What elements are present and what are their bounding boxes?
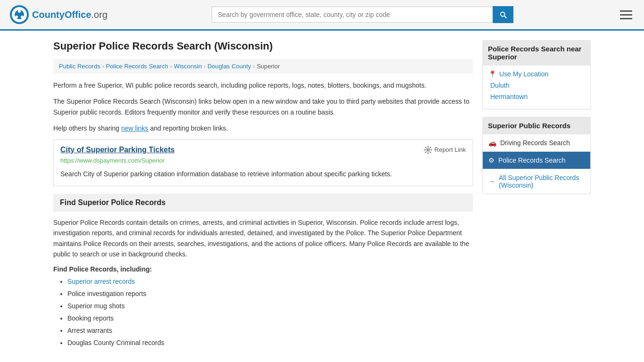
police-icon: ⚙	[488, 156, 495, 164]
sidebar-public-records-title: Superior Public Records	[482, 117, 591, 134]
list-item: Superior mug shots	[67, 301, 473, 311]
resource-card: City of Superior Parking Tickets Report …	[53, 140, 473, 186]
list-item-text-3: Superior mug shots	[67, 302, 124, 310]
breadcrumb-sep-1: ›	[102, 63, 104, 70]
search-button[interactable]	[493, 6, 513, 23]
resource-card-header: City of Superior Parking Tickets Report …	[54, 140, 472, 157]
wrench-icon	[424, 146, 432, 154]
breadcrumb-wisconsin[interactable]: Wisconsin	[174, 63, 202, 70]
list-item: Douglas County Criminal records	[67, 338, 473, 348]
sidebar: Police Records Search near Superior 📍 Us…	[482, 40, 591, 350]
breadcrumb-superior: Superior	[256, 63, 280, 70]
menu-button[interactable]	[618, 8, 635, 22]
list-item: Booking reports	[67, 313, 473, 323]
report-link-label: Report Link	[435, 146, 466, 153]
breadcrumb-douglas-county[interactable]: Douglas County	[207, 63, 251, 70]
car-icon: 🚗	[488, 139, 496, 147]
content-wrapper: Superior Police Records Search (Wisconsi…	[44, 31, 600, 360]
sidebar-public-records: Superior Public Records 🚗 Driving Record…	[482, 117, 591, 194]
menu-bar-1	[620, 10, 632, 12]
breadcrumb-public-records[interactable]: Public Records	[59, 63, 100, 70]
svg-point-3	[18, 10, 21, 13]
resource-title[interactable]: City of Superior Parking Tickets	[60, 146, 174, 154]
logo-area: CountyOffice.org	[9, 5, 107, 25]
resource-url: https://www.dspayments.com/Superior	[54, 157, 472, 167]
svg-point-6	[427, 148, 429, 151]
find-header: Find Police Records, including:	[53, 265, 473, 273]
breadcrumb-sep-3: ›	[204, 63, 206, 70]
header: CountyOffice.org	[0, 0, 644, 31]
list-item-text-2: Police investigation reports	[67, 290, 146, 297]
find-section-header: Find Superior Police Records	[53, 194, 473, 212]
use-my-location-label: Use My Location	[499, 70, 548, 78]
description-1: Perform a free Superior, WI public polic…	[53, 80, 473, 90]
breadcrumb-sep-2: ›	[170, 63, 172, 70]
all-records-link[interactable]: All Superior Public Records (Wisconsin)	[499, 174, 585, 189]
resource-description: Search City of Superior parking citation…	[54, 167, 472, 186]
use-my-location-link[interactable]: 📍 Use My Location	[488, 70, 585, 78]
list-item: Police investigation reports	[67, 289, 473, 299]
description-2: The Superior Police Records Search (Wisc…	[53, 96, 473, 117]
logo-text: CountyOffice.org	[32, 9, 107, 20]
find-section-body: Superior Police Records contain details …	[53, 217, 473, 260]
location-icon: 📍	[488, 70, 496, 78]
records-list: Superior arrest records Police investiga…	[53, 277, 473, 348]
svg-point-5	[15, 16, 18, 18]
list-item-text-4: Booking reports	[67, 314, 114, 322]
menu-bar-3	[620, 18, 632, 19]
arrow-icon: →	[488, 178, 495, 185]
list-item-link-1[interactable]: Superior arrest records	[67, 278, 135, 285]
svg-point-4	[21, 16, 24, 18]
breadcrumb: Public Records › Police Records Search ›…	[53, 59, 473, 74]
sidebar-nearby-content: 📍 Use My Location Duluth Hermantown	[482, 66, 591, 109]
breadcrumb-sep-4: ›	[253, 63, 255, 70]
sidebar-driving-records[interactable]: 🚗 Driving Records Search	[482, 134, 591, 152]
sidebar-duluth-link[interactable]: Duluth	[488, 82, 585, 89]
logo-icon	[9, 5, 29, 25]
search-area	[212, 6, 513, 23]
driving-records-link[interactable]: Driving Records Search	[500, 139, 570, 147]
breadcrumb-police-records-search[interactable]: Police Records Search	[106, 63, 168, 70]
police-records-link[interactable]: Police Records Search	[498, 156, 565, 164]
list-item-text-5: Arrest warrants	[67, 327, 112, 334]
list-item: Arrest warrants	[67, 326, 473, 336]
list-item: Superior arrest records	[67, 277, 473, 287]
sidebar-all-records: → All Superior Public Records (Wisconsin…	[482, 169, 591, 194]
menu-bar-2	[620, 14, 632, 16]
search-input[interactable]	[212, 7, 493, 23]
list-item-text-6: Douglas County Criminal records	[67, 339, 164, 346]
new-links-link[interactable]: new links	[121, 124, 149, 132]
sidebar-hermantown-link[interactable]: Hermantown	[488, 93, 585, 100]
sidebar-police-records-active[interactable]: ⚙ Police Records Search	[482, 152, 591, 169]
sidebar-nearby-section: Police Records Search near Superior 📍 Us…	[482, 40, 591, 109]
page-title: Superior Police Records Search (Wisconsi…	[53, 40, 473, 52]
search-icon	[499, 10, 507, 19]
sidebar-nearby-title: Police Records Search near Superior	[482, 40, 591, 66]
main-content: Superior Police Records Search (Wisconsi…	[53, 40, 473, 350]
report-link-button[interactable]: Report Link	[424, 146, 466, 154]
description-3: Help others by sharing new links and rep…	[53, 123, 473, 133]
